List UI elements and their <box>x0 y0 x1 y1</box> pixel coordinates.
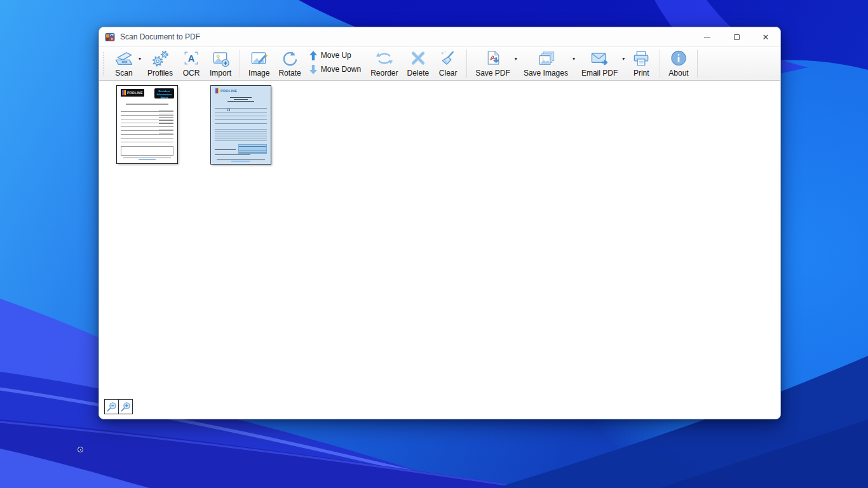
close-icon: ✕ <box>763 33 770 41</box>
cursor-marker <box>78 447 83 452</box>
clear-label: Clear <box>439 69 458 77</box>
email-pdf-button[interactable]: Email PDF <box>577 48 622 79</box>
notes-box <box>121 146 173 156</box>
image-plus-icon <box>210 50 231 68</box>
move-up-button[interactable]: Move Up <box>309 51 361 60</box>
rotate-label: Rotate <box>278 69 301 77</box>
window-title: Scan Document to PDF <box>120 32 200 41</box>
profiles-label: Profiles <box>147 69 173 77</box>
ocr-label: OCR <box>183 69 200 77</box>
zoom-in-button[interactable] <box>118 399 133 414</box>
arrow-up-icon <box>309 51 317 60</box>
document-list-area[interactable]: PROLINE Resident Information Sheet PROLI… <box>99 81 780 419</box>
print-button[interactable]: Print <box>627 48 656 79</box>
ocr-button[interactable]: A OCR <box>177 48 205 79</box>
app-icon <box>105 32 115 42</box>
toolbar: Scan ▾ Profiles <box>99 46 780 81</box>
form-lines <box>215 105 267 125</box>
footer-link-line <box>139 159 156 160</box>
zoom-out-button[interactable] <box>104 399 119 414</box>
save-images-button[interactable]: Save Images <box>519 48 573 79</box>
info-circle-icon <box>669 50 688 68</box>
save-pdf-button[interactable]: Save PDF <box>471 48 515 79</box>
clear-button[interactable]: Clear <box>433 48 463 79</box>
import-label: Import <box>210 69 231 77</box>
magnifier-plus-icon <box>120 402 131 412</box>
toolbar-grip[interactable] <box>103 51 105 76</box>
proline-logo: PROLINE <box>121 89 144 97</box>
reorder-button[interactable]: Reorder <box>366 48 402 79</box>
desktop: Scan Document to PDF ✕ Scan <box>0 0 868 488</box>
save-images-label: Save Images <box>524 69 568 77</box>
page-thumbnail-2[interactable]: PROLINE <box>210 85 271 165</box>
image-edit-icon <box>249 50 269 68</box>
maximize-button[interactable] <box>722 27 751 46</box>
gears-icon <box>150 50 170 68</box>
save-images-dropdown-arrow[interactable]: ▾ <box>573 56 575 62</box>
image-label: Image <box>248 69 269 77</box>
scan-document-window: Scan Document to PDF ✕ Scan <box>98 27 781 419</box>
about-label: About <box>668 69 688 77</box>
svg-text:A: A <box>188 53 195 64</box>
delete-button[interactable]: Delete <box>402 48 433 79</box>
email-pdf-label: Email PDF <box>581 69 618 77</box>
magnifier-minus-icon <box>106 402 117 412</box>
save-pdf-dropdown-arrow[interactable]: ▾ <box>515 56 517 62</box>
delete-label: Delete <box>407 69 429 77</box>
print-label: Print <box>634 69 649 77</box>
image-button[interactable]: Image <box>244 48 274 79</box>
pdf-save-icon <box>483 50 503 68</box>
minimize-button[interactable] <box>693 27 722 46</box>
email-pdf-dropdown-arrow[interactable]: ▾ <box>622 56 625 62</box>
ocr-letter-icon: A <box>182 50 201 68</box>
move-up-label: Move Up <box>321 51 351 59</box>
save-pdf-label: Save PDF <box>475 69 510 77</box>
broom-icon <box>438 50 458 68</box>
minimize-icon <box>704 37 710 37</box>
window-controls: ✕ <box>693 27 780 46</box>
circular-arrows-icon <box>374 50 395 68</box>
toolbar-separator <box>660 50 660 78</box>
scan-dropdown-arrow[interactable]: ▾ <box>139 56 141 62</box>
printer-icon <box>631 50 651 68</box>
highlight-box <box>238 144 267 154</box>
rotate-button[interactable]: Rotate <box>274 48 305 79</box>
rotate-arrow-icon <box>280 50 300 68</box>
reorder-label: Reorder <box>370 69 398 77</box>
scanner-icon <box>114 50 134 68</box>
envelope-arrow-icon <box>589 50 611 68</box>
maximize-icon <box>734 34 740 40</box>
toolbar-separator <box>466 50 467 78</box>
scan-label: Scan <box>115 69 132 77</box>
footer-link-line <box>231 161 250 161</box>
checkbox-mark <box>227 109 230 111</box>
proline-logo: PROLINE <box>214 88 238 93</box>
title-bar[interactable]: Scan Document to PDF ✕ <box>99 27 780 46</box>
move-down-button[interactable]: Move Down <box>309 65 361 74</box>
cross-icon <box>408 50 428 68</box>
about-button[interactable]: About <box>664 48 693 79</box>
terms-paragraph <box>215 128 267 142</box>
toolbar-separator <box>240 50 240 78</box>
move-down-label: Move Down <box>321 65 361 73</box>
resident-info-badge: Resident Information Sheet <box>154 88 174 98</box>
toolbar-separator <box>697 50 698 78</box>
page-thumbnail-1[interactable]: PROLINE Resident Information Sheet <box>116 85 178 164</box>
scan-button[interactable]: Scan <box>109 48 139 79</box>
close-button[interactable]: ✕ <box>751 27 780 46</box>
form-right-column <box>159 108 173 136</box>
arrow-down-icon <box>309 65 317 74</box>
import-button[interactable]: Import <box>205 48 236 79</box>
stacked-images-icon <box>535 50 557 68</box>
zoom-controls <box>104 399 132 414</box>
profiles-button[interactable]: Profiles <box>143 48 177 79</box>
move-group: Move Up Move Down <box>306 48 366 79</box>
